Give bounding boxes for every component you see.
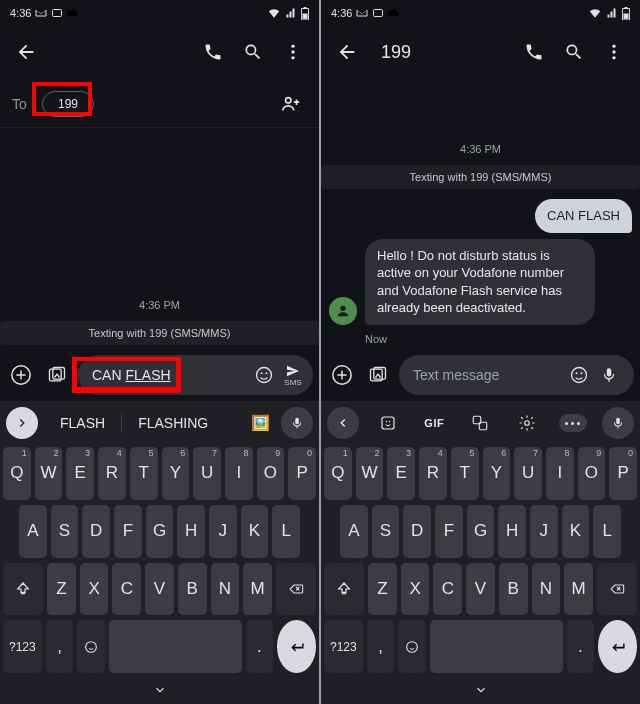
key-Q[interactable]: Q1 bbox=[324, 447, 352, 500]
backspace-key[interactable] bbox=[276, 563, 316, 616]
space-key[interactable] bbox=[430, 620, 563, 673]
key-I[interactable]: I8 bbox=[546, 447, 574, 500]
key-S[interactable]: S bbox=[51, 505, 79, 558]
key-A[interactable]: A bbox=[340, 505, 368, 558]
period-key[interactable]: . bbox=[567, 620, 595, 673]
more-button[interactable] bbox=[594, 32, 634, 72]
mic-button[interactable] bbox=[602, 407, 634, 439]
key-G[interactable]: G bbox=[146, 505, 174, 558]
enter-key[interactable] bbox=[277, 620, 316, 673]
key-V[interactable]: V bbox=[145, 563, 174, 616]
key-D[interactable]: D bbox=[403, 505, 431, 558]
key-K[interactable]: K bbox=[562, 505, 590, 558]
key-G[interactable]: G bbox=[467, 505, 495, 558]
avatar[interactable] bbox=[329, 297, 357, 325]
gallery-button[interactable] bbox=[42, 360, 72, 390]
enter-key[interactable] bbox=[598, 620, 637, 673]
send-button[interactable]: SMS bbox=[283, 363, 303, 387]
key-B[interactable]: B bbox=[499, 563, 528, 616]
key-M[interactable]: M bbox=[243, 563, 272, 616]
key-J[interactable]: J bbox=[209, 505, 237, 558]
symbols-key[interactable]: ?123 bbox=[324, 620, 363, 673]
sticker-icon[interactable] bbox=[373, 408, 403, 438]
call-button[interactable] bbox=[514, 32, 554, 72]
key-A[interactable]: A bbox=[19, 505, 47, 558]
message-input[interactable]: CAN FLASH SMS bbox=[78, 355, 313, 395]
key-E[interactable]: E3 bbox=[387, 447, 415, 500]
comma-key[interactable]: , bbox=[367, 620, 395, 673]
key-D[interactable]: D bbox=[82, 505, 110, 558]
period-key[interactable]: . bbox=[246, 620, 274, 673]
add-button[interactable] bbox=[327, 360, 357, 390]
space-key[interactable] bbox=[109, 620, 242, 673]
key-N[interactable]: N bbox=[532, 563, 561, 616]
key-E[interactable]: E3 bbox=[66, 447, 94, 500]
key-C[interactable]: C bbox=[112, 563, 141, 616]
key-R[interactable]: R4 bbox=[419, 447, 447, 500]
key-P[interactable]: P0 bbox=[288, 447, 316, 500]
key-X[interactable]: X bbox=[401, 563, 430, 616]
gif-icon[interactable]: GIF bbox=[419, 408, 449, 438]
emoji-kbd-icon[interactable]: 🖼️ bbox=[245, 408, 275, 438]
emoji-button[interactable] bbox=[249, 360, 279, 390]
mic-button[interactable] bbox=[281, 407, 313, 439]
emoji-key[interactable] bbox=[77, 620, 105, 673]
key-L[interactable]: L bbox=[272, 505, 300, 558]
key-B[interactable]: B bbox=[178, 563, 207, 616]
key-F[interactable]: F bbox=[114, 505, 142, 558]
more-tools-icon[interactable] bbox=[558, 408, 588, 438]
key-W[interactable]: W2 bbox=[356, 447, 384, 500]
key-J[interactable]: J bbox=[530, 505, 558, 558]
more-button[interactable] bbox=[273, 32, 313, 72]
message-bubble[interactable]: Hello ! Do not disturb status is active … bbox=[365, 239, 595, 325]
key-O[interactable]: O9 bbox=[578, 447, 606, 500]
settings-icon[interactable] bbox=[512, 408, 542, 438]
emoji-key[interactable] bbox=[398, 620, 426, 673]
add-recipient-button[interactable] bbox=[275, 88, 307, 120]
key-R[interactable]: R4 bbox=[98, 447, 126, 500]
key-O[interactable]: O9 bbox=[257, 447, 285, 500]
key-F[interactable]: F bbox=[435, 505, 463, 558]
key-K[interactable]: K bbox=[241, 505, 269, 558]
kbd-collapse-button[interactable] bbox=[327, 407, 359, 439]
key-T[interactable]: T5 bbox=[130, 447, 158, 500]
key-T[interactable]: T5 bbox=[451, 447, 479, 500]
back-button[interactable] bbox=[327, 32, 367, 72]
back-button[interactable] bbox=[6, 32, 46, 72]
key-Z[interactable]: Z bbox=[47, 563, 76, 616]
key-Y[interactable]: Y6 bbox=[162, 447, 190, 500]
key-W[interactable]: W2 bbox=[35, 447, 63, 500]
message-bubble[interactable]: CAN FLASH bbox=[535, 199, 632, 233]
nav-down-icon[interactable] bbox=[472, 683, 490, 697]
suggestion[interactable]: FLASH bbox=[44, 415, 121, 431]
key-P[interactable]: P0 bbox=[609, 447, 637, 500]
kbd-expand-button[interactable] bbox=[6, 407, 38, 439]
message-input[interactable]: Text message bbox=[399, 355, 634, 395]
key-U[interactable]: U7 bbox=[193, 447, 221, 500]
search-button[interactable] bbox=[554, 32, 594, 72]
gallery-button[interactable] bbox=[363, 360, 393, 390]
key-X[interactable]: X bbox=[80, 563, 109, 616]
emoji-button[interactable] bbox=[564, 360, 594, 390]
key-Y[interactable]: Y6 bbox=[483, 447, 511, 500]
key-V[interactable]: V bbox=[466, 563, 495, 616]
translate-icon[interactable] bbox=[465, 408, 495, 438]
key-M[interactable]: M bbox=[564, 563, 593, 616]
search-button[interactable] bbox=[233, 32, 273, 72]
backspace-key[interactable] bbox=[597, 563, 637, 616]
shift-key[interactable] bbox=[324, 563, 364, 616]
key-Z[interactable]: Z bbox=[368, 563, 397, 616]
key-I[interactable]: I8 bbox=[225, 447, 253, 500]
add-button[interactable] bbox=[6, 360, 36, 390]
key-S[interactable]: S bbox=[372, 505, 400, 558]
symbols-key[interactable]: ?123 bbox=[3, 620, 42, 673]
comma-key[interactable]: , bbox=[46, 620, 74, 673]
suggestion[interactable]: FLASHING bbox=[122, 415, 224, 431]
nav-down-icon[interactable] bbox=[151, 683, 169, 697]
call-button[interactable] bbox=[193, 32, 233, 72]
key-C[interactable]: C bbox=[433, 563, 462, 616]
key-Q[interactable]: Q1 bbox=[3, 447, 31, 500]
key-N[interactable]: N bbox=[211, 563, 240, 616]
shift-key[interactable] bbox=[3, 563, 43, 616]
key-H[interactable]: H bbox=[177, 505, 205, 558]
